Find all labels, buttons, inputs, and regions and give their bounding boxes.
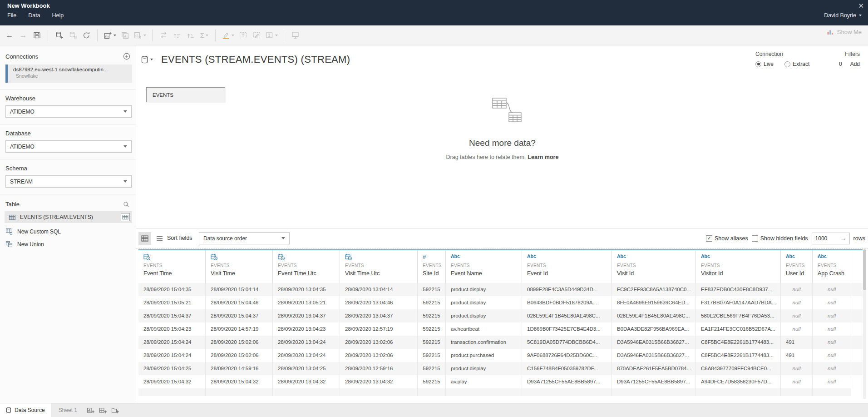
column-header-app-crash[interactable]: AbcEVENTSApp Crash bbox=[813, 250, 851, 283]
sort-fields-select[interactable]: Data source order bbox=[199, 232, 290, 244]
extract-radio[interactable] bbox=[784, 61, 790, 67]
fit-button bbox=[263, 29, 280, 42]
workbook-title: New Workbook bbox=[7, 2, 50, 9]
sidebar-item-events-table[interactable]: EVENTS (STREAM.EVENTS) bbox=[5, 211, 132, 223]
table-row[interactable]: 28/09/2020 15:04:2428/09/2020 15:02:0628… bbox=[138, 349, 863, 362]
grid-cell bbox=[813, 388, 851, 396]
grid-cell: null bbox=[781, 362, 813, 375]
toolbar-separator bbox=[284, 30, 284, 41]
menu-file[interactable]: File bbox=[7, 12, 16, 19]
new-worksheet-button[interactable] bbox=[102, 29, 118, 42]
new-worksheet-button[interactable] bbox=[84, 403, 97, 417]
show-hidden-fields-checkbox[interactable] bbox=[752, 235, 758, 242]
schema-label: Schema bbox=[5, 165, 130, 172]
warehouse-value: ATIDEMO bbox=[10, 109, 35, 115]
grid-cell: 8FE0A4696E9159639C64ED... bbox=[612, 296, 696, 309]
scrollbar-thumb[interactable] bbox=[863, 249, 866, 290]
new-custom-sql-button[interactable]: New Custom SQL bbox=[0, 223, 136, 236]
column-header-event-time[interactable]: EVENTSEvent Time bbox=[138, 250, 206, 283]
grid-cell: 28/09/2020 13:04:35 bbox=[273, 283, 340, 296]
new-dashboard-button[interactable] bbox=[97, 403, 109, 417]
table-row[interactable]: 28/09/2020 15:04:3228/09/2020 15:04:3228… bbox=[138, 375, 863, 388]
grid-view-button[interactable] bbox=[138, 232, 151, 245]
field-name-label: Visit Id bbox=[617, 270, 695, 277]
new-data-source-button[interactable] bbox=[52, 29, 66, 42]
menu-data[interactable]: Data bbox=[28, 12, 40, 19]
show-aliases-label: Show aliases bbox=[715, 235, 748, 242]
filters-add-button[interactable]: Add bbox=[850, 61, 860, 67]
vertical-scrollbar[interactable] bbox=[863, 249, 866, 399]
new-data-source-icon bbox=[55, 31, 64, 40]
clear-sheet-button bbox=[132, 29, 148, 42]
warehouse-select[interactable]: ATIDEMO bbox=[5, 105, 132, 118]
string-field-icon: Abc bbox=[701, 253, 780, 261]
tab-data-source[interactable]: Data Source bbox=[0, 403, 51, 417]
show-aliases-checkbox[interactable]: ✓ bbox=[706, 235, 712, 242]
string-field-icon: Abc bbox=[527, 253, 612, 261]
column-header-visit-time-utc[interactable]: EVENTSVisit Time Utc bbox=[340, 250, 418, 283]
column-header-visit-id[interactable]: AbcEVENTSVisit Id bbox=[612, 250, 696, 283]
field-table-label: EVENTS bbox=[786, 263, 812, 268]
table-preview-button[interactable] bbox=[121, 213, 130, 221]
schema-select[interactable]: STREAM bbox=[5, 175, 132, 188]
table-row[interactable]: 28/09/2020 15:04:2328/09/2020 14:57:1928… bbox=[138, 323, 863, 336]
live-radio[interactable] bbox=[755, 61, 761, 67]
drag-tables-hint: Drag tables here to relate them.Learn mo… bbox=[137, 154, 868, 160]
column-header-visitor-id[interactable]: AbcEVENTSVisitor Id bbox=[696, 250, 781, 283]
chevron-down-icon bbox=[275, 35, 278, 36]
column-header-event-time-utc[interactable]: EVENTSEvent Time Utc bbox=[273, 250, 340, 283]
column-header-visit-time[interactable]: EVENTSVisit Time bbox=[206, 250, 273, 283]
undo-button[interactable]: ← bbox=[3, 29, 16, 42]
show-aliases-toggle[interactable]: ✓ Show aliases bbox=[706, 235, 748, 242]
apply-row-count-icon[interactable]: → bbox=[840, 235, 846, 242]
database-select[interactable]: ATIDEMO bbox=[5, 140, 132, 153]
column-header-site-id[interactable]: #EVENTSSite Id bbox=[418, 250, 446, 283]
show-mark-labels-button bbox=[250, 29, 263, 42]
save-button[interactable] bbox=[30, 29, 44, 42]
learn-more-link[interactable]: Learn more bbox=[528, 154, 558, 160]
connection-item[interactable]: ds87982.eu-west-1.snowflakecomputin... S… bbox=[5, 65, 132, 83]
drop-zone[interactable]: Need more data? Drag tables here to rela… bbox=[137, 95, 868, 160]
new-union-button[interactable]: New Union bbox=[0, 236, 136, 248]
table-row[interactable]: 28/09/2020 15:04:3528/09/2020 15:04:1428… bbox=[138, 283, 863, 296]
grid-cell: 28/09/2020 15:04:23 bbox=[138, 323, 206, 336]
grid-cell: 28/09/2020 15:04:46 bbox=[206, 296, 273, 309]
grid-cell: 870ADEAF261F5EA5BD0784... bbox=[612, 362, 696, 375]
search-icon[interactable] bbox=[123, 201, 129, 208]
grid-cell: 28/09/2020 13:04:32 bbox=[273, 375, 340, 388]
relationship-canvas: EVENTS (STREAM.EVENTS) (STREAM) Connecti… bbox=[137, 45, 868, 228]
add-connection-icon[interactable] bbox=[123, 53, 130, 60]
show-hidden-fields-toggle[interactable]: Show hidden fields bbox=[752, 235, 808, 242]
title-bar: New Workbook ✕ File Data Help David Boyr… bbox=[0, 0, 868, 25]
run-auto-updates-button[interactable] bbox=[79, 29, 93, 42]
field-table-label: EVENTS bbox=[818, 263, 851, 268]
grid-cell: 28/09/2020 15:04:32 bbox=[206, 375, 273, 388]
duplicate-button bbox=[118, 29, 132, 42]
table-row[interactable]: 28/09/2020 15:04:2428/09/2020 15:02:0628… bbox=[138, 336, 863, 349]
column-header-user-id[interactable]: AbcEVENTSUser Id bbox=[781, 250, 813, 283]
user-menu[interactable]: David Boyrie bbox=[824, 12, 862, 19]
grid-cell: 28/09/2020 13:04:37 bbox=[273, 309, 340, 323]
column-header-event-id[interactable]: AbcEVENTSEvent Id bbox=[522, 250, 612, 283]
field-table-label: EVENTS bbox=[527, 263, 612, 268]
tab-sheet-1[interactable]: Sheet 1 bbox=[51, 403, 84, 417]
table-row[interactable]: 28/09/2020 15:04:3728/09/2020 15:04:3728… bbox=[138, 309, 863, 323]
metadata-view-button[interactable] bbox=[153, 232, 166, 245]
data-source-cylinder-icon[interactable] bbox=[141, 55, 153, 64]
grid-cell: null bbox=[781, 283, 813, 296]
close-icon[interactable]: ✕ bbox=[858, 2, 864, 10]
table-row[interactable]: 28/09/2020 15:04:2528/09/2020 14:59:1628… bbox=[138, 362, 863, 375]
grid-cell: 28/09/2020 15:04:24 bbox=[138, 336, 206, 349]
field-table-label: EVENTS bbox=[701, 263, 780, 268]
grid-cell: 592215 bbox=[418, 283, 446, 296]
table-row[interactable]: 28/09/2020 15:05:2128/09/2020 15:04:4628… bbox=[138, 296, 863, 309]
grid-cell: null bbox=[781, 309, 813, 323]
column-header-event-name[interactable]: AbcEVENTSEvent Name bbox=[446, 250, 522, 283]
grid-cell: 28/09/2020 13:04:24 bbox=[273, 349, 340, 362]
grid-cell: null bbox=[813, 296, 851, 309]
row-count-input[interactable]: 1000 → bbox=[812, 233, 850, 244]
show-me-button[interactable]: Show Me bbox=[827, 29, 862, 35]
sort-descending-icon bbox=[187, 31, 195, 40]
new-story-button[interactable] bbox=[109, 403, 121, 417]
menu-help[interactable]: Help bbox=[52, 12, 64, 19]
